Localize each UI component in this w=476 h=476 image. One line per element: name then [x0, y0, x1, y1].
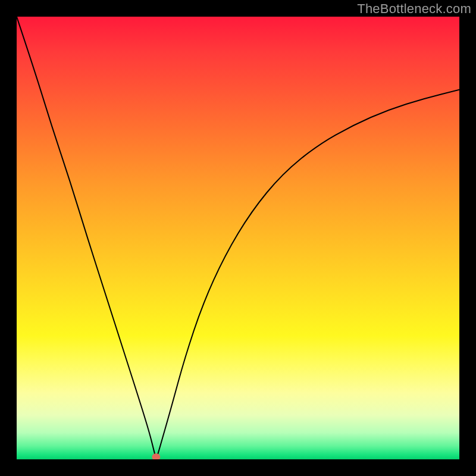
plot-area	[17, 17, 459, 459]
bottleneck-curve	[17, 17, 459, 458]
curve-layer	[17, 17, 459, 459]
chart-frame: TheBottleneck.com	[0, 0, 476, 476]
optimum-marker	[152, 453, 160, 459]
watermark-text: TheBottleneck.com	[357, 1, 471, 17]
